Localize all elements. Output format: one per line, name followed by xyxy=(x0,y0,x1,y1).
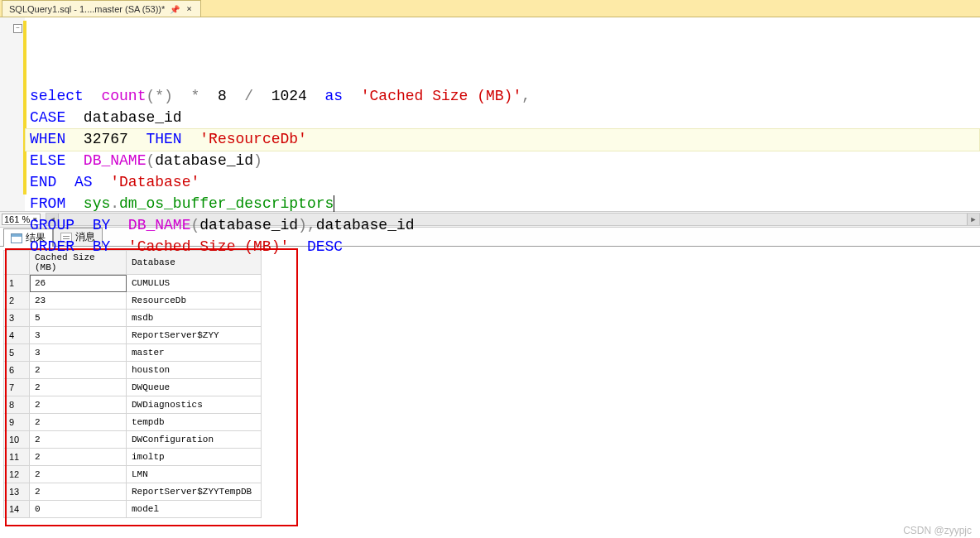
table-row[interactable]: 122LMN xyxy=(4,466,262,483)
cell[interactable]: 3 xyxy=(30,344,127,362)
row-number[interactable]: 9 xyxy=(4,414,30,431)
row-number[interactable]: 4 xyxy=(4,327,30,344)
cell[interactable]: ReportServer$ZYYTempDB xyxy=(127,483,262,501)
cell[interactable]: 2 xyxy=(30,379,127,396)
cell[interactable]: msdb xyxy=(127,310,262,327)
tab-title: SQLQuery1.sql - 1....master (SA (53))* xyxy=(9,4,165,14)
sql-editor[interactable]: select count(*) * 8 / 1024 as 'Cached Si… xyxy=(25,17,980,211)
table-row[interactable]: 223ResourceDb xyxy=(4,292,262,310)
cell[interactable]: imoltp xyxy=(127,449,262,466)
cell[interactable]: CUMULUS xyxy=(127,275,262,292)
cell[interactable]: 23 xyxy=(30,292,127,310)
cell[interactable]: 2 xyxy=(30,414,127,431)
table-row[interactable]: 92tempdb xyxy=(4,414,262,431)
code-line: select count(*) * 8 / 1024 as 'Cached Si… xyxy=(30,85,975,107)
watermark-text: CSDN @zyypjc xyxy=(903,525,972,536)
table-row[interactable]: 62houston xyxy=(4,362,262,379)
table-row[interactable]: 53master xyxy=(4,344,262,362)
cell[interactable]: 5 xyxy=(30,310,127,327)
pin-icon[interactable] xyxy=(170,4,180,14)
text-cursor xyxy=(334,195,334,212)
fold-toggle[interactable]: − xyxy=(13,24,22,33)
code-line: WHEN 32767 THEN 'ResourceDb' xyxy=(30,128,975,150)
code-line: END AS 'Database' xyxy=(30,171,975,193)
cell[interactable]: master xyxy=(127,344,262,362)
row-number[interactable]: 14 xyxy=(4,501,30,518)
cell[interactable]: 2 xyxy=(30,466,127,483)
cell[interactable]: 2 xyxy=(30,449,127,466)
code-line: ELSE DB_NAME(database_id) xyxy=(30,150,975,171)
table-row[interactable]: 82DWDiagnostics xyxy=(4,396,262,414)
row-number[interactable]: 1 xyxy=(4,275,30,292)
code-line: FROM sys.dm_os_buffer_descriptors xyxy=(30,193,975,214)
result-area: Cached Size (MB)Database126CUMULUS223Res… xyxy=(0,247,980,528)
table-row[interactable]: 140model xyxy=(4,501,262,518)
row-number[interactable]: 3 xyxy=(4,310,30,327)
cell[interactable]: LMN xyxy=(127,466,262,483)
table-row[interactable]: 43ReportServer$ZYY xyxy=(4,327,262,344)
row-number[interactable]: 10 xyxy=(4,431,30,449)
table-row[interactable]: 132ReportServer$ZYYTempDB xyxy=(4,483,262,501)
cell[interactable]: DWDiagnostics xyxy=(127,396,262,414)
code-line: GROUP BY DB_NAME(database_id),database_i… xyxy=(30,214,975,236)
cell[interactable]: 26 xyxy=(30,275,127,292)
code-line: CASE database_id xyxy=(30,107,975,128)
cell[interactable]: 3 xyxy=(30,327,127,344)
cell[interactable]: 2 xyxy=(30,483,127,501)
cell[interactable]: tempdb xyxy=(127,414,262,431)
grid-icon xyxy=(11,233,22,243)
cell[interactable]: DWQueue xyxy=(127,379,262,396)
row-number[interactable]: 13 xyxy=(4,483,30,501)
document-tab-bar: SQLQuery1.sql - 1....master (SA (53))* × xyxy=(0,0,980,17)
sql-editor-pane: − select count(*) * 8 / 1024 as 'Cached … xyxy=(0,17,980,212)
table-row[interactable]: 112imoltp xyxy=(4,449,262,466)
grid-corner xyxy=(4,251,30,275)
row-number[interactable]: 2 xyxy=(4,292,30,310)
table-row[interactable]: 72DWQueue xyxy=(4,379,262,396)
table-row[interactable]: 126CUMULUS xyxy=(4,275,262,292)
code-line: ORDER BY 'Cached Size (MB)' DESC xyxy=(30,236,975,257)
document-tab[interactable]: SQLQuery1.sql - 1....master (SA (53))* × xyxy=(2,0,201,17)
cell[interactable]: 0 xyxy=(30,501,127,518)
cell[interactable]: 2 xyxy=(30,431,127,449)
row-number[interactable]: 8 xyxy=(4,396,30,414)
row-number[interactable]: 7 xyxy=(4,379,30,396)
cell[interactable]: houston xyxy=(127,362,262,379)
results-grid[interactable]: Cached Size (MB)Database126CUMULUS223Res… xyxy=(3,250,262,518)
row-number[interactable]: 11 xyxy=(4,449,30,466)
close-icon[interactable]: × xyxy=(185,3,194,14)
table-row[interactable]: 102DWConfiguration xyxy=(4,431,262,449)
row-number[interactable]: 12 xyxy=(4,466,30,483)
cell[interactable]: model xyxy=(127,501,262,518)
cell[interactable]: 2 xyxy=(30,362,127,379)
cell[interactable]: 2 xyxy=(30,396,127,414)
editor-gutter: − xyxy=(0,17,25,211)
row-number[interactable]: 6 xyxy=(4,362,30,379)
row-number[interactable]: 5 xyxy=(4,344,30,362)
cell[interactable]: DWConfiguration xyxy=(127,431,262,449)
cell[interactable]: ResourceDb xyxy=(127,292,262,310)
table-row[interactable]: 35msdb xyxy=(4,310,262,327)
cell[interactable]: ReportServer$ZYY xyxy=(127,327,262,344)
zoom-value: 161 % xyxy=(4,214,30,224)
